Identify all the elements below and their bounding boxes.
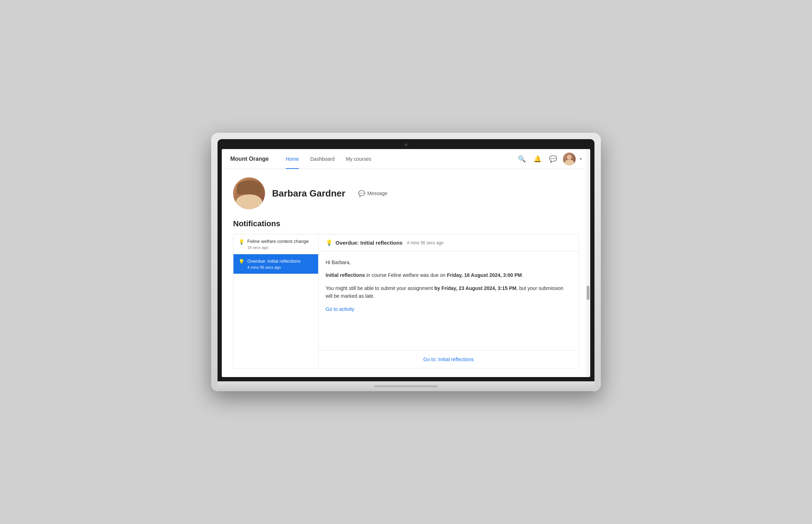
notification-item-2[interactable]: 💡 Overdue: Initial reflections 4 mins 56… xyxy=(233,254,318,274)
notification-icon-2: 💡 xyxy=(238,259,244,264)
laptop-frame: Mount Orange Home Dashboard My courses 🔍 xyxy=(211,133,601,391)
profile-header: Barbara Gardner 💬 Message xyxy=(233,177,579,209)
assignment-name: Initial reflections xyxy=(326,272,365,278)
laptop-base xyxy=(218,381,594,391)
user-avatar[interactable] xyxy=(563,153,576,165)
avatar-image xyxy=(563,153,576,165)
nav-item-home[interactable]: Home xyxy=(280,149,304,169)
site-brand: Mount Orange xyxy=(230,156,269,162)
messages-button[interactable]: 💬 xyxy=(547,153,559,165)
body-paragraph-1: Initial reflections in course Feline wel… xyxy=(326,271,571,279)
avatar-hair xyxy=(237,180,261,194)
bell-icon: 🔔 xyxy=(534,155,541,163)
nav-item-my-courses[interactable]: My courses xyxy=(340,149,377,169)
profile-name: Barbara Gardner xyxy=(272,188,345,199)
notifications-list: 💡 Feline welfare content change 18 secs … xyxy=(233,234,318,368)
page-content: Barbara Gardner 💬 Message Notifications … xyxy=(222,169,590,377)
nav-item-dashboard[interactable]: Dashboard xyxy=(305,149,340,169)
nav-menu: Home Dashboard My courses xyxy=(280,149,516,169)
message-icon: 💬 xyxy=(358,190,365,197)
body-paragraph-2: You might still be able to submit your a… xyxy=(326,284,571,300)
trackpad xyxy=(374,385,438,387)
screen-bezel: Mount Orange Home Dashboard My courses 🔍 xyxy=(218,139,594,381)
late-date-text: by Friday, 23 August 2024, 3:15 PM xyxy=(434,285,517,291)
notifications-title: Notifications xyxy=(233,219,579,228)
browser-window: Mount Orange Home Dashboard My courses 🔍 xyxy=(222,149,590,377)
late-prefix-text: You might still be able to submit your a… xyxy=(326,285,434,291)
due-date-text: Friday, 16 August 2024, 3:00 PM xyxy=(447,272,522,278)
notification-detail-body: Hi Barbara, Initial reflections in cours… xyxy=(318,251,579,350)
camera xyxy=(405,143,407,146)
notification-detail: 💡 Overdue: Initial reflections 4 mins 56… xyxy=(318,234,579,368)
notifications-panel: 💡 Feline welfare content change 18 secs … xyxy=(233,234,579,369)
go-to-initial-reflections-link[interactable]: Go to: Initial reflections xyxy=(423,357,474,362)
navbar-actions: 🔍 🔔 💬 ▾ xyxy=(516,153,582,165)
chat-icon: 💬 xyxy=(549,155,557,163)
notification-title-1: Feline welfare content change xyxy=(247,239,309,245)
notification-icon-1: 💡 xyxy=(238,239,244,245)
notification-item-1[interactable]: 💡 Feline welfare content change 18 secs … xyxy=(233,234,318,254)
body-suffix-text: . xyxy=(522,272,523,278)
notification-detail-title: Overdue: Initial reflections xyxy=(335,240,402,246)
notification-detail-time: 4 mins 56 secs ago xyxy=(407,240,443,245)
notification-content-2: Overdue: Initial reflections 4 mins 56 s… xyxy=(247,258,300,269)
detail-bell-icon: 💡 xyxy=(326,239,333,246)
greeting-text: Hi Barbara, xyxy=(326,258,571,266)
notification-detail-footer: Go to: Initial reflections xyxy=(318,350,579,368)
notification-title-2: Overdue: Initial reflections xyxy=(247,258,300,264)
notification-content-1: Feline welfare content change 18 secs ag… xyxy=(247,239,309,250)
body-mid-text: in course Feline welfare was due on xyxy=(365,272,447,278)
notification-detail-header: 💡 Overdue: Initial reflections 4 mins 56… xyxy=(318,234,579,251)
scrollbar-thumb[interactable] xyxy=(587,286,590,300)
search-button[interactable]: 🔍 xyxy=(516,153,528,165)
search-icon: 🔍 xyxy=(518,155,526,163)
notification-time-2: 4 mins 56 secs ago xyxy=(247,265,300,269)
go-to-activity-link[interactable]: Go to activity xyxy=(326,306,354,312)
profile-avatar xyxy=(233,177,265,209)
notification-time-1: 18 secs ago xyxy=(247,245,309,250)
chevron-down-icon[interactable]: ▾ xyxy=(580,157,582,161)
notifications-button[interactable]: 🔔 xyxy=(532,153,543,165)
scrollbar-track xyxy=(586,149,590,377)
message-button[interactable]: 💬 Message xyxy=(358,190,388,197)
scrollbar[interactable] xyxy=(586,149,590,377)
navbar: Mount Orange Home Dashboard My courses 🔍 xyxy=(222,149,590,169)
